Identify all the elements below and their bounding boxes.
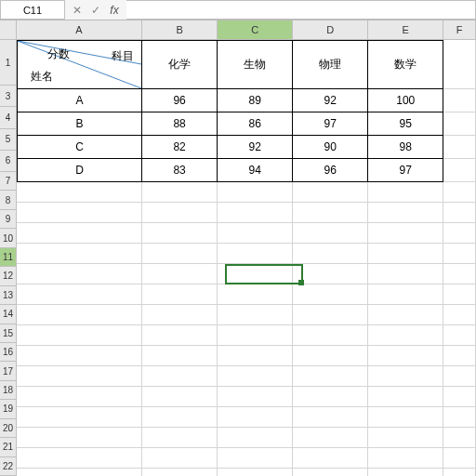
cell-F20[interactable] [443,448,476,469]
cell-B13[interactable] [142,305,218,325]
row-header-3[interactable]: 3 [0,86,17,107]
cell-B9[interactable] [142,223,218,244]
cell-blank[interactable] [443,136,476,159]
cell-F14[interactable] [443,325,476,346]
cell-E20[interactable] [368,448,443,469]
score-cell[interactable]: 89 [218,89,293,112]
cell-C11[interactable] [218,264,293,284]
cell-A12[interactable] [17,284,142,305]
row-header-11[interactable]: 11 [0,248,17,267]
cell-D21[interactable] [293,469,368,476]
cell-blank[interactable] [443,112,476,136]
score-cell[interactable]: 92 [293,89,368,112]
cell-F1[interactable] [443,40,476,89]
cell-E13[interactable] [368,305,443,325]
cell-C10[interactable] [218,244,293,264]
cell-B7[interactable] [142,182,218,203]
cell-A19[interactable] [17,428,142,448]
row-header-5[interactable]: 5 [0,129,17,151]
select-all-corner[interactable] [0,20,17,40]
score-cell[interactable]: 96 [293,159,368,182]
cell-B19[interactable] [142,428,218,448]
cell-A17[interactable] [17,387,142,407]
subject-header-1[interactable]: 生物 [218,40,293,89]
cell-F16[interactable] [443,366,476,387]
row-header-9[interactable]: 9 [0,210,17,229]
row-header-20[interactable]: 20 [0,419,17,438]
subject-header-3[interactable]: 数学 [368,40,443,89]
score-cell[interactable]: 88 [142,112,218,136]
cell-D15[interactable] [293,346,368,366]
row-header-10[interactable]: 10 [0,229,17,247]
cell-B18[interactable] [142,407,218,428]
diag-corner-cell[interactable]: 分数 科目 姓名 [17,40,142,89]
cell-blank[interactable] [443,89,476,112]
row-header-16[interactable]: 16 [0,343,17,362]
cell-C15[interactable] [218,346,293,366]
cell-F9[interactable] [443,223,476,244]
cancel-icon[interactable]: ✕ [69,2,86,19]
cell-D7[interactable] [293,182,368,203]
cell-B10[interactable] [142,244,218,264]
cell-D18[interactable] [293,407,368,428]
cell-E9[interactable] [368,223,443,244]
cell-F18[interactable] [443,407,476,428]
cell-A18[interactable] [17,407,142,428]
cell-A9[interactable] [17,223,142,244]
cell-C13[interactable] [218,305,293,325]
cell-B16[interactable] [142,366,218,387]
cell-A11[interactable] [17,264,142,284]
row-header-19[interactable]: 19 [0,400,17,418]
cell-E15[interactable] [368,346,443,366]
score-cell[interactable]: 100 [368,89,443,112]
cell-F21[interactable] [443,469,476,476]
row-header-17[interactable]: 17 [0,362,17,380]
confirm-icon[interactable]: ✓ [87,2,104,19]
cell-F19[interactable] [443,428,476,448]
row-header-13[interactable]: 13 [0,286,17,305]
cell-E17[interactable] [368,387,443,407]
cell-B12[interactable] [142,284,218,305]
student-name-0[interactable]: A [17,89,142,112]
cell-E10[interactable] [368,244,443,264]
cell-F17[interactable] [443,387,476,407]
row-header-8[interactable]: 8 [0,191,17,209]
row-header-6[interactable]: 6 [0,151,17,172]
cell-B8[interactable] [142,203,218,223]
cell-A8[interactable] [17,203,142,223]
score-cell[interactable]: 94 [218,159,293,182]
cell-C12[interactable] [218,284,293,305]
cell-B14[interactable] [142,325,218,346]
cell-E18[interactable] [368,407,443,428]
cell-B15[interactable] [142,346,218,366]
row-header-7[interactable]: 7 [0,172,17,191]
score-cell[interactable]: 97 [368,159,443,182]
cell-A21[interactable] [17,469,142,476]
cell-E12[interactable] [368,284,443,305]
cell-F11[interactable] [443,264,476,284]
cell-D16[interactable] [293,366,368,387]
cell-E16[interactable] [368,366,443,387]
row-header-1-2[interactable]: 1 [0,40,17,86]
cell-B20[interactable] [142,448,218,469]
score-cell[interactable]: 95 [368,112,443,136]
cell-B21[interactable] [142,469,218,476]
score-cell[interactable]: 98 [368,136,443,159]
cell-C21[interactable] [218,469,293,476]
col-header-A[interactable]: A [17,20,142,40]
cell-E7[interactable] [368,182,443,203]
cell-D10[interactable] [293,244,368,264]
row-header-4[interactable]: 4 [0,107,17,128]
row-header-14[interactable]: 14 [0,305,17,324]
col-header-B[interactable]: B [142,20,218,40]
student-name-1[interactable]: B [17,112,142,136]
cell-D9[interactable] [293,223,368,244]
student-name-3[interactable]: D [17,159,142,182]
fx-icon[interactable]: fx [106,2,123,19]
cell-F10[interactable] [443,244,476,264]
cell-C16[interactable] [218,366,293,387]
cell-E21[interactable] [368,469,443,476]
cell-F13[interactable] [443,305,476,325]
cell-C19[interactable] [218,428,293,448]
score-cell[interactable]: 97 [293,112,368,136]
